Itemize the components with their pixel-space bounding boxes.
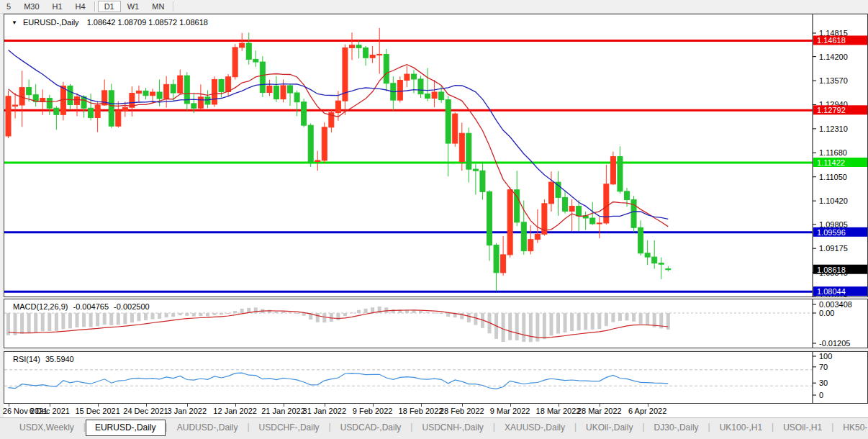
macd-histogram-bar: [178, 313, 182, 315]
candle-body: [377, 54, 382, 55]
chart-tab-usoil-h1[interactable]: USOil-,H1: [774, 420, 831, 435]
rsi-scale-label: 100: [819, 352, 832, 361]
macd-indicator-panel[interactable]: 0.0034080.00-0.01205 MACD(12,26,9) -0.00…: [4, 299, 868, 348]
macd-histogram-bar: [76, 313, 79, 327]
chart-tab-hk50-h1[interactable]: HK50-,H1: [833, 420, 868, 435]
macd-histogram-bar: [639, 313, 643, 324]
chart-tab-uk100-h1[interactable]: UK100-,H1: [710, 420, 772, 435]
price-tick-label: 1.13570: [819, 76, 848, 85]
candle-body: [315, 160, 320, 162]
date-label: 18 Feb 2022: [399, 407, 443, 415]
rsi-indicator-panel[interactable]: 10070300 RSI(14) 35.5940: [4, 351, 868, 404]
macd-histogram-bar: [268, 310, 271, 313]
macd-histogram-bar: [137, 313, 140, 321]
period-button-m30[interactable]: M30: [17, 1, 45, 12]
macd-histogram-bar: [240, 309, 244, 313]
macd-histogram-bar: [14, 313, 17, 335]
chart-tab-xauusd-daily[interactable]: XAUUSD-,Daily: [495, 420, 574, 435]
macd-histogram-bar: [419, 311, 422, 313]
chart-tab-eurusd-daily[interactable]: EURUSD-,Daily: [86, 420, 166, 436]
chart-dropdown-icon[interactable]: ▼: [12, 19, 17, 26]
chart-ohlc-quote: 1.08642 1.08709 1.08572 1.08618: [87, 18, 208, 27]
candle-body: [47, 98, 52, 108]
candle-body: [363, 47, 369, 58]
candle-body: [466, 133, 471, 169]
chart-tab-dj30-daily[interactable]: DJ30-,Daily: [645, 420, 708, 435]
candle-body: [191, 104, 196, 108]
macd-histogram-bar: [597, 313, 601, 329]
macd-histogram-bar: [357, 310, 361, 313]
macd-histogram-bar: [213, 313, 217, 315]
macd-histogram-bar: [611, 313, 615, 322]
candlestick-chart[interactable]: 1.148151.142001.135701.129401.123101.116…: [4, 14, 867, 297]
candle-body: [260, 62, 265, 92]
macd-histogram-bar: [109, 313, 113, 325]
macd-histogram-bar: [233, 311, 237, 313]
candle-body: [459, 133, 464, 161]
candle-body: [439, 92, 444, 100]
period-button-h1[interactable]: H1: [46, 1, 69, 12]
macd-histogram-bar: [96, 313, 99, 326]
chart-tab-ukoil-daily[interactable]: UKOil-,Daily: [577, 420, 642, 435]
period-button-mn[interactable]: MN: [145, 1, 171, 12]
candlestick-chart-panel[interactable]: 1.148151.142001.135701.129401.123101.116…: [4, 14, 868, 297]
period-button-d1[interactable]: D1: [98, 1, 121, 12]
date-axis[interactable]: 26 Nov 20216 Dec 202115 Dec 202124 Dec 2…: [4, 404, 868, 417]
macd-histogram-bar: [446, 313, 450, 317]
candle-body: [302, 102, 307, 125]
candle-body: [322, 127, 327, 160]
candle-body: [356, 45, 361, 48]
level-price-badge-label: 1.14618: [817, 36, 846, 45]
macd-histogram-bar: [364, 309, 368, 313]
macd-histogram-bar: [570, 313, 574, 331]
candle-body: [597, 223, 602, 224]
timeframe-toolbar: 5M30H1H4D1W1MN: [0, 0, 868, 14]
candle-body: [219, 79, 224, 91]
candle-body: [75, 96, 80, 104]
date-label: 28 Mar 2022: [577, 407, 622, 415]
chart-tab-usdchf-daily[interactable]: USDCHF-,Daily: [250, 420, 329, 435]
macd-histogram-bar: [474, 313, 477, 325]
date-label: 3 Jan 2022: [168, 407, 207, 415]
date-label: 9 Mar 2022: [490, 407, 530, 415]
macd-histogram-bar: [625, 313, 629, 320]
macd-histogram-bar: [591, 313, 595, 330]
candle-body: [350, 45, 355, 48]
candle-body: [625, 191, 630, 200]
candle-body: [370, 55, 375, 58]
candle-body: [136, 91, 141, 93]
period-button-w1[interactable]: W1: [121, 1, 146, 12]
price-tick-label: 1.14200: [819, 53, 848, 61]
chart-symbol-label: EURUSD-,Daily: [23, 18, 79, 27]
date-label: 21 Jan 2022: [261, 407, 305, 415]
macd-histogram-bar: [440, 313, 443, 314]
candle-body: [652, 257, 657, 263]
candle-body: [404, 74, 410, 80]
macd-histogram-bar: [467, 313, 471, 322]
macd-histogram-bar: [618, 313, 622, 321]
candle-body: [60, 86, 65, 114]
macd-histogram-bar: [117, 313, 120, 325]
macd-histogram-bar: [322, 313, 326, 322]
rsi-chart[interactable]: 10070300: [4, 352, 867, 403]
macd-histogram-bar: [171, 313, 175, 317]
chart-tab-usdx-weekly[interactable]: USDX,Weekly: [10, 420, 83, 435]
macd-histogram-bar: [295, 313, 299, 314]
macd-histogram-bar: [206, 313, 209, 317]
price-tick-label: 1.11680: [819, 148, 847, 157]
period-button-h4[interactable]: H4: [69, 1, 92, 12]
period-button-5[interactable]: 5: [0, 1, 17, 12]
candle-body: [122, 107, 127, 111]
date-label: 24 Dec 2021: [123, 407, 168, 415]
macd-histogram-bar: [165, 313, 168, 317]
candle-body: [116, 111, 121, 126]
candle-body: [150, 92, 155, 96]
candle-body: [273, 86, 279, 99]
chart-tab-usdcad-daily[interactable]: USDCAD-,Daily: [331, 420, 411, 435]
macd-histogram-bar: [220, 313, 223, 314]
current-price-badge-label: 1.08618: [817, 266, 846, 274]
chart-tab-audusd-daily[interactable]: AUDUSD-,Daily: [168, 420, 248, 435]
macd-value: -0.004765: [73, 302, 109, 311]
candle-body: [618, 157, 623, 191]
chart-tab-usdcnh-daily[interactable]: USDCNH-,Daily: [412, 420, 492, 435]
